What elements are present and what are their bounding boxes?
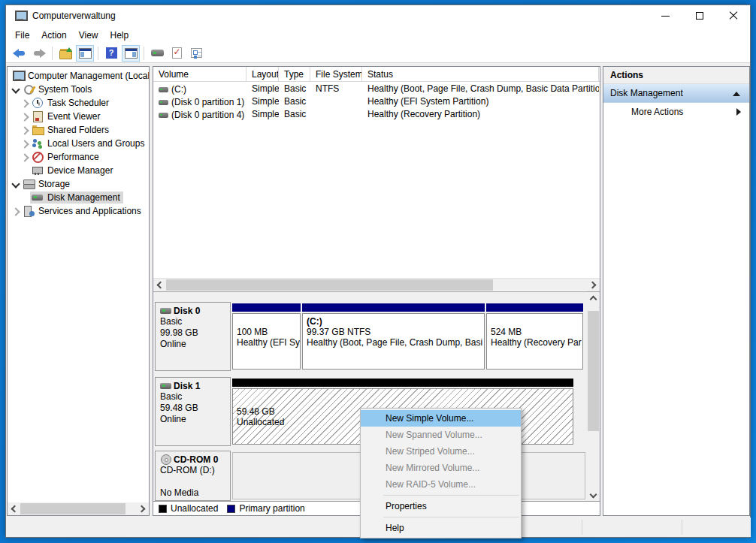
- disk-label-cd-rom-0[interactable]: CD-ROM 0CD-ROM (D:)No Media: [155, 451, 231, 501]
- back-button[interactable]: [11, 45, 29, 62]
- partition-c[interactable]: (C:)99.37 GB NTFSHealthy (Boot, Page Fil…: [302, 303, 485, 370]
- tree-horizontal-scrollbar[interactable]: [8, 502, 149, 515]
- scroll-thumb[interactable]: [588, 311, 599, 431]
- volume-name-cell: (Disk 0 partition 1): [153, 95, 246, 108]
- scroll-up-button[interactable]: [587, 292, 600, 305]
- tree-item-computer-management-local[interactable]: Computer Management (Local: [8, 69, 149, 83]
- collapsed-chevron-icon[interactable]: [20, 126, 30, 134]
- collapsed-chevron-icon[interactable]: [11, 207, 21, 215]
- tree-item-shared-folders[interactable]: Shared Folders: [8, 123, 149, 137]
- disk-row-disk-0: Disk 0Basic99.98 GBOnline100 MBHealthy (…: [153, 302, 587, 371]
- scroll-track[interactable]: [587, 305, 600, 489]
- submenu-arrow-icon: [736, 108, 741, 116]
- computer-management-window: Computerverwaltung FileActionViewHelp Co…: [5, 5, 751, 538]
- volume-name: (Disk 0 partition 4): [171, 110, 244, 120]
- column-header-type[interactable]: Type: [279, 67, 310, 81]
- show-console-tree-button[interactable]: [76, 45, 94, 62]
- event-viewer-icon: [32, 111, 44, 122]
- close-button[interactable]: [716, 5, 750, 26]
- scroll-left-button[interactable]: [153, 279, 166, 291]
- menu-item-help[interactable]: Help: [104, 28, 135, 43]
- menu-item-action[interactable]: Action: [35, 28, 72, 43]
- collapse-section-icon[interactable]: [733, 92, 740, 96]
- scroll-right-button[interactable]: [136, 502, 149, 515]
- partition-size: 99.37 GB NTFS: [307, 327, 480, 337]
- tree-item-event-viewer[interactable]: Event Viewer: [8, 110, 149, 123]
- column-header-layout[interactable]: Layout: [246, 67, 279, 81]
- desktop: Computerverwaltung FileActionViewHelp Co…: [0, 0, 756, 543]
- disk-label-line: Basic: [160, 316, 227, 327]
- column-header-file-system[interactable]: File System: [310, 67, 362, 81]
- partition-healthy-efi-sys[interactable]: 100 MBHealthy (EFI Sys: [232, 303, 301, 370]
- tree-item-disk-management[interactable]: Disk Management: [8, 191, 149, 204]
- actions-pane-title: Actions: [603, 67, 749, 84]
- check-document-button[interactable]: [168, 45, 186, 62]
- volume-name: (C:): [171, 84, 186, 95]
- tree-item-label: Disk Management: [47, 192, 120, 203]
- performance-icon: [32, 152, 44, 162]
- collapsed-chevron-icon[interactable]: [20, 113, 30, 120]
- volume-row-c[interactable]: (C:)SimpleBasicNTFSHealthy (Boot, Page F…: [153, 83, 600, 95]
- scroll-track[interactable]: [20, 502, 136, 515]
- users-icon: [32, 138, 44, 149]
- scroll-left-button[interactable]: [8, 502, 20, 515]
- tree-item-services-and-applications[interactable]: Services and Applications: [8, 204, 149, 218]
- collapsed-chevron-icon[interactable]: [20, 153, 30, 161]
- volume-row-disk-0-partition-1[interactable]: (Disk 0 partition 1)SimpleBasicHealthy (…: [153, 95, 600, 108]
- volume-horizontal-scrollbar[interactable]: [153, 278, 600, 291]
- tree-item-task-scheduler[interactable]: Task Scheduler: [8, 96, 149, 110]
- disk-label-line: Online: [160, 414, 227, 425]
- scroll-right-button[interactable]: [587, 279, 600, 291]
- expanded-chevron-icon[interactable]: [11, 180, 21, 188]
- actions-section-disk-management[interactable]: Disk Management: [603, 84, 749, 103]
- tree-item-performance[interactable]: Performance: [8, 150, 149, 164]
- menu-item-new-simple-volume[interactable]: New Simple Volume...: [361, 410, 521, 427]
- disk-view-button[interactable]: [148, 45, 166, 62]
- tree-item-content: Storage: [21, 178, 73, 190]
- menu-item-view[interactable]: View: [73, 28, 104, 43]
- column-header-status[interactable]: Status: [362, 67, 599, 81]
- collapsed-chevron-icon[interactable]: [20, 140, 30, 147]
- scroll-track[interactable]: [166, 279, 587, 291]
- scroll-down-button[interactable]: [587, 489, 600, 502]
- tree-item-device-manager[interactable]: Device Manager: [8, 164, 149, 177]
- disk-name-text: Disk 0: [174, 306, 200, 316]
- disk-icon: [160, 381, 172, 391]
- column-header-volume[interactable]: Volume: [153, 67, 246, 81]
- volume-file-system-cell: [310, 108, 362, 121]
- expanded-chevron-icon[interactable]: [11, 86, 21, 93]
- menu-item-properties[interactable]: Properties: [361, 498, 521, 514]
- menu-item-file[interactable]: File: [9, 28, 35, 43]
- volume-type-cell: Basic: [279, 95, 310, 108]
- help-button[interactable]: [102, 45, 120, 62]
- partition-status: Healthy (Boot, Page File, Crash Dump, Ba…: [307, 337, 480, 348]
- tree-item-label: Storage: [38, 179, 70, 189]
- storage-icon: [23, 179, 35, 189]
- no-expander: [20, 167, 30, 174]
- tree-item-storage[interactable]: Storage: [8, 177, 149, 191]
- minimize-button[interactable]: [649, 5, 682, 26]
- disk-label-disk-0[interactable]: Disk 0Basic99.98 GBOnline: [155, 302, 231, 371]
- disk-label-disk-1[interactable]: Disk 1Basic59.48 GBOnline: [155, 377, 231, 446]
- tree-item-system-tools[interactable]: System Tools: [8, 83, 149, 96]
- menu-item-new-spanned-volume: New Spanned Volume...: [361, 427, 521, 443]
- disk-vertical-scrollbar[interactable]: [587, 292, 600, 502]
- partition-healthy-recovery-par[interactable]: 524 MBHealthy (Recovery Par: [486, 303, 583, 370]
- show-action-pane-button[interactable]: [122, 45, 140, 62]
- no-expander: [20, 194, 30, 201]
- collapsed-chevron-icon[interactable]: [20, 99, 30, 107]
- tree-item-local-users-and-groups[interactable]: Local Users and Groups: [8, 137, 149, 150]
- more-actions-item[interactable]: More Actions: [603, 103, 749, 121]
- checklist-button[interactable]: [187, 45, 205, 62]
- scroll-thumb[interactable]: [166, 279, 493, 291]
- title-bar: Computerverwaltung: [6, 5, 750, 26]
- scroll-thumb[interactable]: [20, 503, 125, 514]
- forward-button[interactable]: [30, 45, 48, 62]
- volume-row-disk-0-partition-4[interactable]: (Disk 0 partition 4)SimpleBasicHealthy (…: [153, 108, 600, 121]
- disk-label-line: Basic: [160, 391, 227, 403]
- menu-item-new-mirrored-volume: New Mirrored Volume...: [361, 460, 521, 476]
- volume-file-system-cell: NTFS: [310, 83, 362, 95]
- export-list-button[interactable]: [56, 45, 74, 62]
- maximize-button[interactable]: [682, 5, 716, 26]
- menu-item-help[interactable]: Help: [361, 520, 521, 536]
